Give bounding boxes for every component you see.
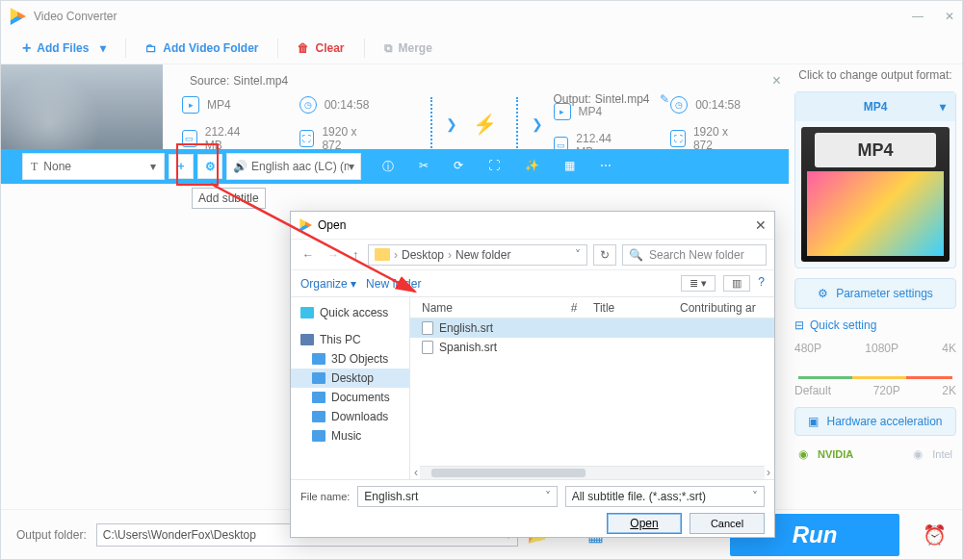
more-icon[interactable]: ⋯	[600, 159, 612, 175]
dialog-close-button[interactable]: ✕	[755, 217, 767, 233]
quality-slider[interactable]	[798, 355, 952, 384]
add-files-button[interactable]: + Add Files ▾	[13, 36, 116, 61]
app-window: Video Converter — ✕ + Add Files ▾ 🗀 Add …	[0, 0, 963, 560]
format-selector[interactable]: MP4 ▾ MP4	[794, 91, 956, 268]
cut-icon[interactable]: ✂	[419, 159, 429, 175]
out-resolution: 1920 x 872	[693, 125, 742, 152]
open-button[interactable]: Open	[607, 513, 682, 534]
crumb-item[interactable]: New folder	[455, 248, 510, 262]
tree-item[interactable]: Desktop	[291, 369, 409, 388]
param-label: Parameter settings	[836, 287, 933, 300]
view-mode-button[interactable]: ≣ ▾	[681, 275, 716, 292]
chip-icon: ▣	[808, 415, 819, 428]
open-file-dialog: Open ✕ ← → ↑ › Desktop › New folder ˅ ↻ …	[290, 211, 775, 538]
effects-icon[interactable]: ✨	[525, 159, 539, 175]
video-thumbnail[interactable]	[1, 64, 163, 149]
hardware-accel-button[interactable]: ▣ Hardware acceleration	[794, 407, 956, 436]
close-button[interactable]: ✕	[945, 10, 954, 23]
edit-strip: T None ▾ + ⚙ 🔊 English aac (LC) (mp ▾ ⓘ …	[1, 149, 789, 184]
src-format: MP4	[207, 98, 231, 112]
out-format: MP4	[579, 105, 603, 118]
minimize-button[interactable]: —	[912, 10, 924, 23]
arrow-icon: ❯	[532, 116, 539, 132]
filetype-filter[interactable]: All subtitle file. (*.ass;*.srt)˅	[565, 486, 765, 507]
folder-icon	[375, 248, 390, 261]
source-filename: Sintel.mp4	[233, 74, 288, 88]
chevron-down-icon[interactable]: ˅	[575, 248, 581, 262]
trash-icon: 🗑	[298, 41, 309, 55]
nav-fwd-button[interactable]: →	[324, 246, 343, 264]
new-folder-button[interactable]: New folder	[366, 277, 421, 291]
info-icon[interactable]: ⓘ	[382, 159, 394, 175]
horizontal-scrollbar[interactable]	[420, 466, 765, 479]
breadcrumb[interactable]: › Desktop › New folder ˅	[368, 244, 587, 266]
sliders-icon: ⚙	[818, 287, 828, 300]
toggle-icon: ⊟	[794, 318, 804, 332]
merge-icon: ⧉	[384, 41, 393, 55]
scroll-right-icon[interactable]: ›	[767, 466, 770, 479]
folder-icon: 🗀	[145, 41, 157, 55]
tree-quick-access[interactable]: Quick access	[291, 303, 409, 322]
crop-icon[interactable]: ⛶	[488, 159, 500, 175]
file-row[interactable]: Spanish.srt	[410, 338, 774, 357]
tree-item[interactable]: Music	[291, 426, 409, 445]
preview-pane-button[interactable]: ▥	[723, 275, 750, 292]
folder-icon	[312, 430, 325, 442]
cancel-button[interactable]: Cancel	[690, 513, 765, 534]
plus-icon: +	[22, 39, 31, 57]
merge-button[interactable]: ⧉ Merge	[375, 38, 442, 59]
nvidia-icon: ◉	[798, 447, 808, 461]
tree-item[interactable]: 3D Objects	[291, 349, 409, 369]
chevron-down-icon: ▾	[940, 100, 946, 114]
format-name: MP4	[864, 100, 888, 114]
subtitle-dropdown[interactable]: T None ▾	[22, 153, 165, 180]
file-list-header[interactable]: Name # Title Contributing ar	[410, 297, 774, 318]
remove-file-button[interactable]: ×	[772, 72, 781, 89]
subtitle-value: None	[43, 160, 150, 173]
filename-input[interactable]: English.srt˅	[357, 486, 557, 507]
intel-icon: ◉	[913, 447, 923, 461]
audio-dropdown[interactable]: 🔊 English aac (LC) (mp ▾	[226, 153, 361, 180]
speaker-icon: 🔊	[233, 160, 247, 173]
organize-menu[interactable]: Organize ▾	[300, 277, 356, 291]
quick-setting-label: ⊟ Quick setting	[794, 318, 956, 332]
watermark-icon[interactable]: ▦	[564, 159, 575, 175]
titlebar: Video Converter — ✕	[1, 1, 962, 32]
resolution-icon: ⛶	[299, 130, 315, 147]
file-row[interactable]: English.srt	[410, 318, 774, 338]
dialog-title: Open	[318, 218, 346, 232]
merge-label: Merge	[399, 41, 432, 55]
help-button[interactable]: ?	[758, 275, 765, 292]
gpu-badges: ◉ NVIDIA ◉ Intel	[794, 445, 956, 463]
nav-back-button[interactable]: ←	[299, 246, 318, 264]
clock-icon: ◷	[670, 96, 688, 114]
file-icon	[422, 321, 433, 335]
content-area: Source: Sintel.mp4 × ▸MP4 ▭212.44 MB ◷00…	[1, 64, 962, 509]
rotate-icon[interactable]: ⟳	[454, 159, 463, 175]
output-folder-label: Output folder:	[16, 528, 87, 542]
nav-up-button[interactable]: ↑	[349, 246, 362, 264]
hw-label: Hardware acceleration	[826, 415, 942, 428]
tree-item[interactable]: Documents	[291, 388, 409, 407]
schedule-icon[interactable]: ⏰	[923, 523, 947, 547]
subtitle-icon: T	[31, 160, 38, 174]
clear-button[interactable]: 🗑 Clear	[288, 38, 353, 59]
intel-label: Intel	[932, 448, 952, 460]
chevron-down-icon: ▾	[349, 160, 354, 173]
edit-icon[interactable]: ✎	[660, 92, 669, 106]
chevron-down-icon[interactable]: ▾	[100, 41, 106, 55]
search-input[interactable]: 🔍 Search New folder	[622, 244, 767, 266]
crumb-item[interactable]: Desktop	[402, 248, 444, 262]
parameter-settings-button[interactable]: ⚙ Parameter settings	[794, 278, 956, 309]
refresh-button[interactable]: ↻	[593, 244, 616, 266]
folder-icon	[312, 392, 325, 403]
tree-this-pc[interactable]: This PC	[291, 330, 409, 349]
tree-item[interactable]: Downloads	[291, 407, 409, 426]
main-toolbar: + Add Files ▾ 🗀 Add Video Folder 🗑 Clear…	[1, 32, 962, 64]
add-folder-button[interactable]: 🗀 Add Video Folder	[136, 38, 268, 59]
add-folder-label: Add Video Folder	[163, 41, 258, 55]
scroll-left-icon[interactable]: ‹	[414, 466, 418, 479]
clock-icon: ◷	[299, 96, 317, 114]
app-title: Video Converter	[34, 10, 117, 23]
divider-icon	[516, 97, 518, 151]
